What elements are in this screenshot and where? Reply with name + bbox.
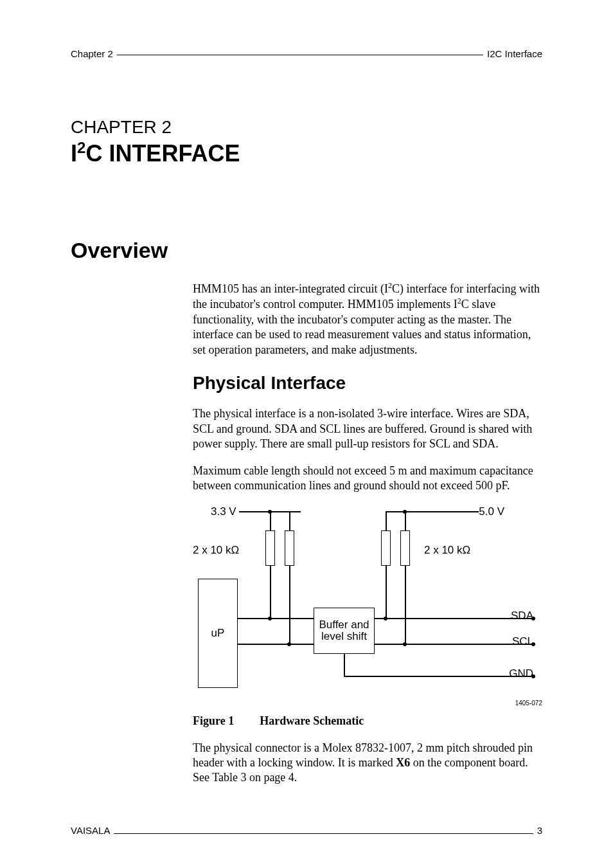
label-gnd: GND [509,667,533,681]
chapter-title-super: 2 [77,139,85,156]
overview-heading: Overview [71,238,542,263]
res-left-1 [265,530,275,566]
label-scl: SCL [512,635,533,649]
footer-line [114,827,533,834]
figure-wrap: 3.3 V 5.0 V 2 x 10 kΩ 2 x 10 kΩ SDA SCL … [193,505,542,707]
overview-p1a: HMM105 has an inter-integrated circuit (… [193,282,388,295]
footer-left: VAISALA [71,825,110,836]
chapter-title-prefix: I [71,140,77,167]
line-gnd [344,676,533,677]
node-scl-left [287,642,291,646]
res-right-1 [381,530,391,566]
line-5v0-top [386,511,416,512]
line-lres2-down [289,566,290,644]
node-sda-right [384,617,387,620]
line-scl-left [238,644,314,645]
line-5v0-down2 [405,511,406,530]
line-sda-left [238,618,314,619]
line-lres1-down [270,566,271,619]
overview-p1: HMM105 has an inter-integrated circuit (… [193,281,542,357]
line-rres2-down [405,566,406,644]
label-3v3: 3.3 V [211,505,236,519]
figure-label: Figure 1 [193,714,234,728]
physical-p2: Maximum cable length should not exceed 5… [193,464,542,494]
page-footer: VAISALA 3 [71,825,542,836]
node-scl-end [531,642,535,646]
line-3v3-down1 [270,511,271,530]
label-5v0: 5.0 V [479,505,504,519]
header-left: Chapter 2 [71,48,113,59]
label-sda: SDA [511,609,533,623]
line-3v3-lead [239,511,270,512]
node-sda-end [531,617,535,620]
line-3v3-top [270,511,301,512]
hardware-schematic-diagram: 3.3 V 5.0 V 2 x 10 kΩ 2 x 10 kΩ SDA SCL … [193,505,540,698]
buffer-box: Buffer and level shift [314,608,375,654]
physical-p3-bold: X6 [396,756,410,769]
node-sda-left [268,617,272,620]
up-box: uP [198,579,238,688]
header-right: I2C Interface [487,48,542,59]
figure-caption: Figure 1 Hardware Schematic [193,714,542,728]
chapter-title: I2C INTERFACE [71,139,542,167]
res-left-2 [285,530,294,566]
line-sda-right [375,618,533,619]
line-rres1-down [386,566,387,619]
physical-p1: The physical interface is a non-isolated… [193,406,542,451]
label-r-left: 2 x 10 kΩ [193,543,239,557]
page: Chapter 2 I2C Interface CHAPTER 2 I2C IN… [0,0,613,868]
chapter-title-rest: C INTERFACE [85,140,240,167]
line-scl-right [375,644,533,645]
line-3v3-down2 [289,511,290,530]
res-right-2 [400,530,410,566]
up-label: uP [211,626,225,640]
label-r-right: 2 x 10 kΩ [424,543,470,557]
line-gnd-down [344,654,345,676]
buffer-l1: Buffer and [319,619,369,631]
footer-page-number: 3 [537,825,542,836]
page-header: Chapter 2 I2C Interface [71,48,542,59]
line-5v0-down1 [386,511,387,530]
body-column: HMM105 has an inter-integrated circuit (… [193,281,542,786]
node-gnd-end [531,674,535,678]
header-line [117,48,483,55]
physical-heading: Physical Interface [193,372,542,395]
figure-id: 1405-072 [193,699,542,707]
chapter-label: CHAPTER 2 [71,117,542,138]
buffer-l2: level shift [321,631,367,643]
figure-caption-text: Hardware Schematic [260,714,364,728]
node-scl-right [403,642,407,646]
physical-p3: The physical connector is a Molex 87832-… [193,741,542,786]
